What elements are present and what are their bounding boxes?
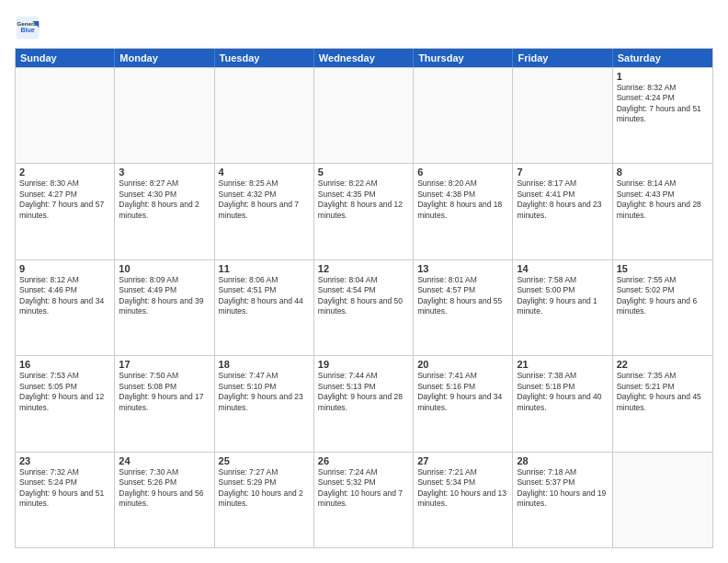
calendar-cell: 2Sunrise: 8:30 AM Sunset: 4:27 PM Daylig… bbox=[16, 164, 115, 259]
calendar-cell: 4Sunrise: 8:25 AM Sunset: 4:32 PM Daylig… bbox=[215, 164, 314, 259]
day-info: Sunrise: 8:14 AM Sunset: 4:43 PM Dayligh… bbox=[617, 178, 709, 221]
day-info: Sunrise: 8:04 AM Sunset: 4:54 PM Dayligh… bbox=[318, 275, 409, 317]
calendar-header: SundayMondayTuesdayWednesdayThursdayFrid… bbox=[16, 49, 712, 67]
calendar-cell bbox=[414, 68, 513, 163]
calendar-cell: 13Sunrise: 8:01 AM Sunset: 4:57 PM Dayli… bbox=[414, 260, 513, 355]
day-info: Sunrise: 7:50 AM Sunset: 5:08 PM Dayligh… bbox=[119, 371, 210, 413]
calendar-cell: 11Sunrise: 8:06 AM Sunset: 4:51 PM Dayli… bbox=[215, 260, 314, 355]
calendar-cell: 8Sunrise: 8:14 AM Sunset: 4:43 PM Daylig… bbox=[613, 164, 712, 259]
day-number: 4 bbox=[219, 167, 310, 178]
day-number: 2 bbox=[19, 167, 110, 178]
weekday-header: Wednesday bbox=[314, 49, 414, 67]
day-number: 10 bbox=[119, 263, 210, 274]
day-number: 6 bbox=[417, 167, 508, 178]
calendar-cell bbox=[115, 68, 214, 163]
day-info: Sunrise: 7:47 AM Sunset: 5:10 PM Dayligh… bbox=[219, 371, 310, 413]
day-number: 5 bbox=[318, 167, 409, 178]
calendar-cell: 25Sunrise: 7:27 AM Sunset: 5:29 PM Dayli… bbox=[215, 453, 314, 547]
day-info: Sunrise: 7:53 AM Sunset: 5:05 PM Dayligh… bbox=[19, 371, 110, 413]
calendar-cell: 6Sunrise: 8:20 AM Sunset: 4:38 PM Daylig… bbox=[414, 164, 513, 259]
calendar-cell: 23Sunrise: 7:32 AM Sunset: 5:24 PM Dayli… bbox=[16, 453, 115, 547]
svg-text:Blue: Blue bbox=[20, 27, 34, 33]
day-number: 12 bbox=[318, 263, 409, 274]
calendar-row: 16Sunrise: 7:53 AM Sunset: 5:05 PM Dayli… bbox=[16, 355, 712, 451]
day-info: Sunrise: 7:27 AM Sunset: 5:29 PM Dayligh… bbox=[219, 467, 310, 510]
day-info: Sunrise: 8:25 AM Sunset: 4:32 PM Dayligh… bbox=[219, 178, 310, 221]
logo: General Blue bbox=[15, 15, 40, 40]
day-number: 18 bbox=[219, 359, 310, 370]
calendar-cell: 27Sunrise: 7:21 AM Sunset: 5:34 PM Dayli… bbox=[414, 453, 513, 547]
day-number: 19 bbox=[318, 359, 409, 370]
day-number: 15 bbox=[617, 263, 709, 274]
header: General Blue bbox=[15, 15, 713, 40]
calendar-row: 1Sunrise: 8:32 AM Sunset: 4:24 PM Daylig… bbox=[16, 67, 712, 163]
day-info: Sunrise: 8:32 AM Sunset: 4:24 PM Dayligh… bbox=[617, 83, 709, 125]
day-number: 25 bbox=[219, 455, 310, 466]
day-number: 24 bbox=[119, 455, 210, 466]
day-number: 3 bbox=[119, 167, 210, 178]
day-info: Sunrise: 8:20 AM Sunset: 4:38 PM Dayligh… bbox=[417, 178, 508, 221]
day-info: Sunrise: 7:41 AM Sunset: 5:16 PM Dayligh… bbox=[417, 371, 508, 413]
calendar-cell: 20Sunrise: 7:41 AM Sunset: 5:16 PM Dayli… bbox=[414, 356, 513, 451]
calendar-cell: 10Sunrise: 8:09 AM Sunset: 4:49 PM Dayli… bbox=[115, 260, 214, 355]
weekday-header: Monday bbox=[115, 49, 214, 67]
weekday-header: Sunday bbox=[16, 49, 115, 67]
day-number: 9 bbox=[19, 263, 110, 274]
day-info: Sunrise: 8:22 AM Sunset: 4:35 PM Dayligh… bbox=[318, 178, 409, 221]
calendar-cell: 18Sunrise: 7:47 AM Sunset: 5:10 PM Dayli… bbox=[215, 356, 314, 451]
weekday-header: Friday bbox=[513, 49, 612, 67]
calendar-cell: 7Sunrise: 8:17 AM Sunset: 4:41 PM Daylig… bbox=[513, 164, 612, 259]
calendar-cell: 1Sunrise: 8:32 AM Sunset: 4:24 PM Daylig… bbox=[613, 68, 712, 163]
weekday-header: Tuesday bbox=[215, 49, 314, 67]
day-info: Sunrise: 8:12 AM Sunset: 4:46 PM Dayligh… bbox=[19, 275, 110, 317]
calendar-row: 9Sunrise: 8:12 AM Sunset: 4:46 PM Daylig… bbox=[16, 259, 712, 355]
calendar-cell: 19Sunrise: 7:44 AM Sunset: 5:13 PM Dayli… bbox=[314, 356, 414, 451]
day-number: 8 bbox=[617, 167, 709, 178]
calendar-cell bbox=[314, 68, 414, 163]
day-number: 20 bbox=[417, 359, 508, 370]
day-info: Sunrise: 8:27 AM Sunset: 4:30 PM Dayligh… bbox=[119, 178, 210, 221]
calendar-cell: 9Sunrise: 8:12 AM Sunset: 4:46 PM Daylig… bbox=[16, 260, 115, 355]
day-info: Sunrise: 7:44 AM Sunset: 5:13 PM Dayligh… bbox=[318, 371, 409, 413]
calendar-cell: 17Sunrise: 7:50 AM Sunset: 5:08 PM Dayli… bbox=[115, 356, 214, 451]
calendar-cell: 16Sunrise: 7:53 AM Sunset: 5:05 PM Dayli… bbox=[16, 356, 115, 451]
day-info: Sunrise: 7:55 AM Sunset: 5:02 PM Dayligh… bbox=[617, 275, 709, 317]
day-info: Sunrise: 7:18 AM Sunset: 5:37 PM Dayligh… bbox=[517, 467, 608, 510]
calendar-row: 23Sunrise: 7:32 AM Sunset: 5:24 PM Dayli… bbox=[16, 452, 712, 547]
day-number: 23 bbox=[19, 455, 110, 466]
day-info: Sunrise: 7:32 AM Sunset: 5:24 PM Dayligh… bbox=[19, 467, 110, 510]
calendar-cell: 21Sunrise: 7:38 AM Sunset: 5:18 PM Dayli… bbox=[513, 356, 612, 451]
logo-icon: General Blue bbox=[15, 15, 40, 40]
day-number: 11 bbox=[219, 263, 310, 274]
day-number: 7 bbox=[517, 167, 608, 178]
day-info: Sunrise: 7:35 AM Sunset: 5:21 PM Dayligh… bbox=[617, 371, 709, 413]
calendar-page: General Blue SundayMondayTuesdayWednesda… bbox=[0, 0, 728, 563]
day-info: Sunrise: 8:17 AM Sunset: 4:41 PM Dayligh… bbox=[517, 178, 608, 221]
day-number: 27 bbox=[417, 455, 508, 466]
calendar-cell: 22Sunrise: 7:35 AM Sunset: 5:21 PM Dayli… bbox=[613, 356, 712, 451]
calendar-cell: 3Sunrise: 8:27 AM Sunset: 4:30 PM Daylig… bbox=[115, 164, 214, 259]
day-number: 28 bbox=[517, 455, 608, 466]
weekday-header: Saturday bbox=[613, 49, 712, 67]
calendar-cell: 14Sunrise: 7:58 AM Sunset: 5:00 PM Dayli… bbox=[513, 260, 612, 355]
calendar-cell: 28Sunrise: 7:18 AM Sunset: 5:37 PM Dayli… bbox=[513, 453, 612, 547]
day-info: Sunrise: 8:09 AM Sunset: 4:49 PM Dayligh… bbox=[119, 275, 210, 317]
calendar-cell: 5Sunrise: 8:22 AM Sunset: 4:35 PM Daylig… bbox=[314, 164, 414, 259]
day-info: Sunrise: 8:06 AM Sunset: 4:51 PM Dayligh… bbox=[219, 275, 310, 317]
calendar-cell bbox=[16, 68, 115, 163]
calendar-row: 2Sunrise: 8:30 AM Sunset: 4:27 PM Daylig… bbox=[16, 163, 712, 259]
calendar: SundayMondayTuesdayWednesdayThursdayFrid… bbox=[15, 48, 713, 548]
day-number: 21 bbox=[517, 359, 608, 370]
day-number: 26 bbox=[318, 455, 409, 466]
calendar-cell bbox=[215, 68, 314, 163]
day-number: 14 bbox=[517, 263, 608, 274]
day-info: Sunrise: 7:58 AM Sunset: 5:00 PM Dayligh… bbox=[517, 275, 608, 317]
day-info: Sunrise: 7:38 AM Sunset: 5:18 PM Dayligh… bbox=[517, 371, 608, 413]
calendar-body: 1Sunrise: 8:32 AM Sunset: 4:24 PM Daylig… bbox=[16, 67, 712, 547]
day-info: Sunrise: 7:30 AM Sunset: 5:26 PM Dayligh… bbox=[119, 467, 210, 510]
day-number: 22 bbox=[617, 359, 709, 370]
day-info: Sunrise: 8:30 AM Sunset: 4:27 PM Dayligh… bbox=[19, 178, 110, 221]
day-number: 1 bbox=[617, 71, 709, 82]
day-info: Sunrise: 7:24 AM Sunset: 5:32 PM Dayligh… bbox=[318, 467, 409, 510]
day-info: Sunrise: 8:01 AM Sunset: 4:57 PM Dayligh… bbox=[417, 275, 508, 317]
